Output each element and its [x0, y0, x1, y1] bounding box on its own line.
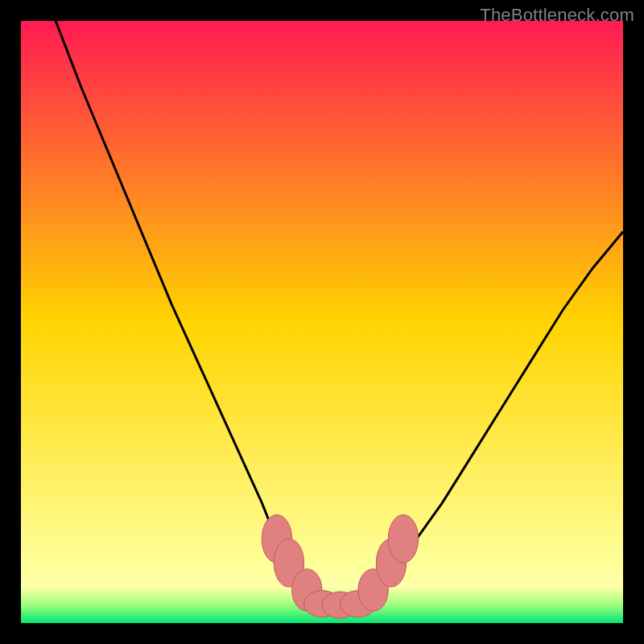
gradient-background — [21, 21, 623, 623]
bottleneck-chart — [21, 21, 623, 623]
curve-marker — [388, 514, 418, 563]
chart-frame — [21, 21, 623, 623]
